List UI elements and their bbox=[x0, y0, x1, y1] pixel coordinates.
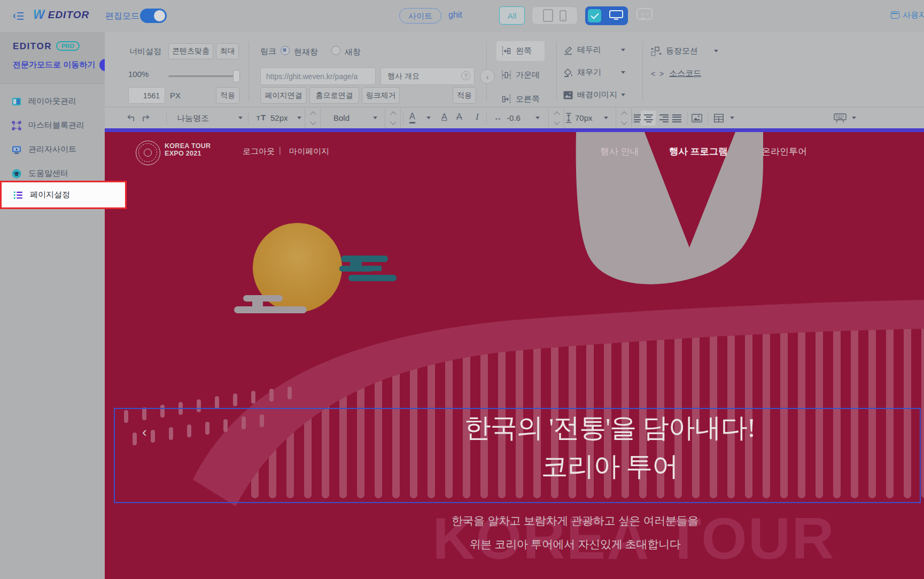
hero-title-line2[interactable]: 코리아 투어 bbox=[292, 449, 924, 484]
feedback-bubble-icon[interactable] bbox=[636, 8, 653, 20]
letter-spacing-stepper[interactable] bbox=[548, 107, 564, 129]
link-label: 링크 bbox=[260, 47, 276, 57]
collapse-panel-icon[interactable]: ‹ bbox=[480, 69, 495, 84]
width-apply-button[interactable]: 적용 bbox=[216, 87, 239, 104]
link-current-window-radio[interactable] bbox=[281, 46, 290, 55]
weven-w-logo-icon: W bbox=[33, 7, 45, 22]
pro-title-row: EDITORPRO bbox=[13, 41, 80, 52]
fit-content-button[interactable]: 콘텐츠맞춤 bbox=[168, 43, 213, 59]
sidebar-item-master-block[interactable]: 마스터블록관리 bbox=[0, 113, 105, 137]
redo-icon[interactable] bbox=[141, 114, 151, 122]
insert-table-icon[interactable] bbox=[714, 114, 724, 122]
width-settings-label: 너비설정 bbox=[129, 47, 161, 57]
user-menu[interactable]: 사용자 bbox=[891, 10, 924, 20]
link-apply-button[interactable]: 적용 bbox=[453, 87, 476, 104]
fill-style-button[interactable]: 채우기 bbox=[563, 67, 601, 78]
sidebar-item-layout[interactable]: 레이아웃관리 bbox=[0, 89, 105, 113]
edit-mode-toggle[interactable] bbox=[140, 9, 167, 23]
border-style-button[interactable]: 테두리 bbox=[563, 45, 601, 55]
device-all-button[interactable]: All bbox=[499, 6, 525, 25]
motion-dropdown-caret[interactable] bbox=[714, 50, 718, 52]
tablet-device-icon[interactable] bbox=[543, 9, 553, 22]
border-dropdown-caret[interactable] bbox=[621, 49, 625, 51]
hero-subtitle-line2: 위븐 코리아 투어에서 자신있게 초대합니다 bbox=[319, 537, 832, 552]
undo-icon[interactable] bbox=[126, 114, 136, 122]
line-height-caret[interactable] bbox=[604, 117, 608, 119]
block-toolbar: 너비설정 콘텐츠맞춤 최대 100% PX 적용 링크 현재창 새창 ? ‹ 페… bbox=[105, 32, 924, 107]
align-center-button[interactable]: 가운데 bbox=[496, 65, 545, 85]
link-url-input[interactable] bbox=[260, 67, 376, 85]
letter-spacing-value[interactable]: -0.6 bbox=[507, 113, 521, 122]
width-px-input[interactable] bbox=[128, 87, 165, 104]
fill-bucket-icon bbox=[563, 68, 573, 78]
width-slider[interactable] bbox=[168, 75, 239, 77]
text-color-caret[interactable] bbox=[426, 117, 431, 119]
keyboard-icon[interactable] bbox=[834, 113, 847, 123]
align-right-button[interactable]: 오른쪽 bbox=[496, 89, 545, 109]
letter-spacing-caret[interactable] bbox=[535, 117, 540, 119]
phone-device-icon[interactable] bbox=[560, 10, 566, 21]
site-badge: 사이트 bbox=[399, 8, 441, 24]
admin-site-icon bbox=[12, 145, 21, 155]
editor-logo-text: EDITOR bbox=[48, 9, 89, 21]
italic-button[interactable]: I bbox=[476, 112, 479, 122]
sidebar-item-page-settings[interactable]: 페이지설정 bbox=[0, 181, 127, 209]
line-height-value[interactable]: 70px bbox=[575, 113, 593, 122]
insert-image-icon[interactable] bbox=[692, 114, 702, 122]
link-name-input[interactable] bbox=[381, 67, 475, 85]
logout-link[interactable]: 로그아웃 bbox=[243, 146, 275, 157]
mypage-link[interactable]: 마이페이지 bbox=[289, 146, 329, 157]
sidebar-item-admin-site[interactable]: 관리자사이트 bbox=[0, 137, 105, 161]
keyboard-dropdown-caret[interactable] bbox=[852, 117, 856, 119]
text-align-center-button[interactable] bbox=[644, 114, 653, 122]
bg-image-dropdown-caret[interactable] bbox=[621, 94, 625, 96]
nav-event-info[interactable]: 행사 안내 bbox=[600, 145, 639, 158]
text-align-justify-button[interactable] bbox=[672, 114, 681, 122]
border-pencil-icon bbox=[563, 45, 573, 55]
font-size-caret[interactable] bbox=[297, 117, 301, 119]
underline-button[interactable]: A bbox=[441, 112, 447, 122]
fill-dropdown-caret[interactable] bbox=[621, 71, 625, 74]
site-name: ghit bbox=[448, 10, 462, 20]
line-height-stepper[interactable] bbox=[616, 107, 632, 129]
site-logo-icon[interactable] bbox=[136, 141, 160, 165]
font-weight-select[interactable]: Bold bbox=[333, 113, 350, 122]
px-unit-label: PX bbox=[170, 91, 181, 100]
font-size-value[interactable]: 52px bbox=[270, 113, 288, 122]
separator bbox=[403, 112, 403, 125]
strikethrough-button[interactable]: A bbox=[456, 112, 462, 122]
master-block-icon bbox=[12, 121, 21, 130]
width-slider-handle[interactable] bbox=[233, 70, 240, 82]
toggle-knob bbox=[154, 10, 165, 21]
carousel-prev-arrow[interactable]: ‹ bbox=[142, 424, 147, 441]
help-question-icon[interactable]: ? bbox=[461, 71, 470, 80]
nav-online-tour[interactable]: 온라인투어 bbox=[762, 145, 807, 158]
text-color-button[interactable]: A bbox=[409, 112, 415, 123]
separator bbox=[556, 42, 557, 102]
max-width-button[interactable]: 최대 bbox=[216, 43, 239, 59]
motion-button[interactable]: 등장모션 bbox=[651, 46, 698, 56]
nav-event-program[interactable]: 행사 프로그램 bbox=[669, 145, 728, 158]
text-align-right-button[interactable] bbox=[659, 114, 669, 122]
desktop-device-button[interactable] bbox=[585, 6, 628, 25]
page-link-button[interactable]: 페이지연결 bbox=[260, 87, 307, 104]
source-code-button[interactable]: < > 소스코드 bbox=[651, 68, 701, 79]
bg-image-button[interactable]: 배경이미지 bbox=[563, 90, 617, 100]
align-left-button[interactable]: 왼쪽 bbox=[496, 41, 545, 61]
font-size-stepper[interactable] bbox=[305, 107, 321, 129]
hero-title-line1[interactable]: 한국의 '전통'을 담아내다! bbox=[292, 410, 924, 446]
expert-mode-link[interactable]: 전문가모드로 이동하기› bbox=[13, 59, 112, 71]
font-weight-caret[interactable] bbox=[373, 117, 377, 119]
font-weight-stepper[interactable] bbox=[385, 107, 401, 129]
editor-logo: W EDITOR bbox=[33, 7, 89, 22]
link-new-window-radio[interactable] bbox=[331, 46, 340, 55]
remove-link-button[interactable]: 링크제거 bbox=[362, 87, 400, 104]
font-family-select[interactable]: 나눔명조 bbox=[177, 113, 209, 123]
sidebar-collapse-icon[interactable] bbox=[13, 12, 25, 20]
page-settings-icon bbox=[13, 190, 23, 200]
home-link-button[interactable]: 홈으로연결 bbox=[309, 87, 359, 104]
site-logo-text[interactable]: KOREA TOUR EXPO 2021 bbox=[165, 143, 211, 157]
font-family-caret[interactable] bbox=[238, 117, 243, 119]
layout-icon bbox=[12, 97, 21, 106]
table-dropdown-caret[interactable] bbox=[730, 117, 734, 119]
